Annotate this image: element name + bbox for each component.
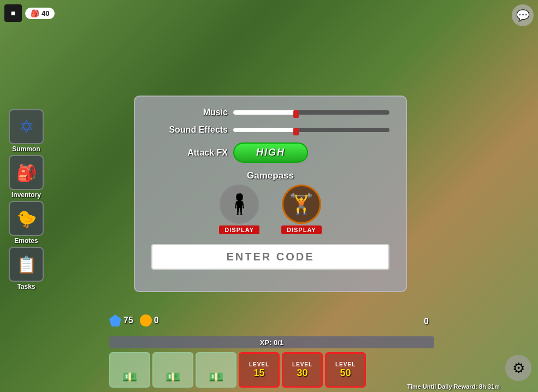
xp-label: XP: 0/1	[260, 338, 283, 347]
sidebar-item-summon[interactable]: ✡ Summon	[4, 109, 48, 153]
level-num-2: 30	[297, 367, 308, 379]
hotbar-slot-2-icon: 💵	[165, 370, 180, 384]
sound-effects-track	[233, 128, 389, 132]
sidebar-label-inventory: Inventory	[11, 191, 41, 199]
hotbar-slot-1[interactable]: 💵	[109, 352, 150, 388]
gem-icon	[109, 314, 121, 326]
tasks-icon: 📋	[9, 247, 44, 282]
coins-count: 0	[154, 316, 159, 325]
summon-icon: ✡	[9, 109, 44, 144]
level-label-1: LEVEL	[249, 361, 269, 367]
coin-icon	[140, 314, 152, 326]
inventory-icon: 🎒	[9, 155, 44, 190]
gamepass-items: 🧍 DISPLAY 🏋 DISPLAY	[151, 185, 389, 234]
sidebar-item-inventory[interactable]: 🎒 Inventory	[4, 155, 48, 199]
attack-fx-label: Attack FX	[151, 148, 228, 158]
attack-fx-row: Attack FX HIGH	[151, 142, 389, 163]
gems-count: 75	[123, 316, 133, 325]
roblox-logo: ■	[4, 4, 22, 22]
attack-fx-toggle[interactable]: HIGH	[233, 142, 308, 163]
sidebar-label-summon: Summon	[12, 145, 40, 153]
sound-effects-thumb	[293, 128, 299, 135]
music-slider[interactable]	[233, 108, 389, 117]
music-track	[233, 110, 389, 115]
hotbar-level-slot-2[interactable]: LEVEL 30	[282, 352, 323, 388]
music-fill	[233, 110, 295, 115]
top-bar: ■ 🎒 40	[4, 4, 55, 22]
emotes-icon: 🐤	[9, 201, 44, 236]
hotbar-level-slot-1[interactable]: LEVEL 15	[239, 352, 280, 388]
gems-item: 75	[109, 314, 133, 326]
gamepass-badge-2: DISPLAY	[281, 225, 322, 234]
hotbar-slot-1-icon: 💵	[122, 370, 137, 384]
gamepass-item-2[interactable]: 🏋 DISPLAY	[281, 185, 322, 234]
music-thumb	[293, 110, 299, 118]
sidebar-item-emotes[interactable]: 🐤 Emotes	[4, 201, 48, 245]
sidebar-label-tasks: Tasks	[17, 283, 35, 290]
figure-dark-icon: 🧍	[227, 193, 252, 216]
level-label-2: LEVEL	[292, 361, 312, 367]
xp-bar-container: XP: 0/1	[109, 336, 434, 348]
hotbar-level-slot-3[interactable]: LEVEL 50	[325, 352, 366, 388]
figure-orange-icon: 🏋	[289, 193, 314, 216]
sound-effects-fill	[233, 128, 295, 132]
sidebar: ✡ Summon 🎒 Inventory 🐤 Emotes 📋 Tasks	[4, 109, 48, 290]
emoji-button[interactable]: 💬	[512, 4, 534, 26]
backpack-badge: 🎒 40	[25, 8, 55, 19]
settings-gear-button[interactable]: ⚙	[505, 355, 531, 381]
sidebar-item-tasks[interactable]: 📋 Tasks	[4, 247, 48, 290]
backpack-icon: 🎒	[31, 9, 39, 17]
settings-panel: Music Sound Effects Attack FX HIGH Gamep…	[134, 96, 407, 292]
level-num-1: 15	[253, 367, 264, 379]
gamepass-circle-2: 🏋	[282, 185, 321, 224]
backpack-count: 40	[42, 9, 49, 17]
hotbar-slot-2[interactable]: 💵	[152, 352, 193, 388]
gamepass-item-1[interactable]: 🧍 DISPLAY	[219, 185, 259, 234]
gamepass-label: Gamepass	[151, 170, 389, 181]
gamepass-circle-1: 🧍	[220, 185, 259, 224]
sound-effects-slider[interactable]	[233, 126, 389, 134]
level-num-3: 50	[340, 367, 351, 379]
code-input[interactable]	[151, 244, 389, 270]
currency-row: 75 0	[109, 314, 159, 326]
level-label-3: LEVEL	[335, 361, 356, 367]
gamepass-section: Gamepass 🧍 DISPLAY 🏋 DISPLAY	[151, 170, 389, 234]
extra-count: 0	[424, 317, 429, 326]
hotbar-slot-3-icon: 💵	[209, 370, 223, 384]
coins-item: 0	[140, 314, 159, 326]
daily-reward-text: Time Until Daily Reward: 8h 31m	[407, 383, 500, 390]
sidebar-label-emotes: Emotes	[14, 237, 38, 245]
sound-effects-row: Sound Effects	[151, 125, 389, 135]
sound-effects-label: Sound Effects	[151, 125, 228, 135]
music-row: Music	[151, 108, 389, 117]
hotbar: 💵 💵 💵 LEVEL 15 LEVEL 30 LEVEL 50	[109, 352, 366, 388]
music-label: Music	[151, 108, 228, 117]
gamepass-badge-1: DISPLAY	[219, 225, 259, 234]
hotbar-slot-3[interactable]: 💵	[196, 352, 237, 388]
